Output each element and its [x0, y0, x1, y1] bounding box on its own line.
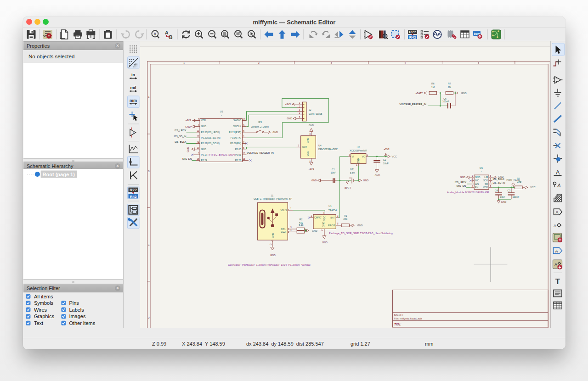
svg-text:3: 3 [337, 215, 339, 217]
svg-text:I2S_LRCK: I2S_LRCK [455, 181, 467, 184]
svg-text:Pins: Pins [69, 300, 79, 306]
svg-text:7: 7 [198, 118, 199, 121]
svg-text:8: 8 [198, 124, 199, 127]
svg-text:8: 8 [490, 185, 492, 187]
svg-text:Other items: Other items [69, 320, 95, 326]
svg-text:GND: GND [271, 233, 274, 238]
svg-text:P0.05: P0.05 [235, 148, 241, 151]
svg-text:P0.24: P0.24 [201, 159, 207, 162]
svg-text:24k: 24k [344, 218, 348, 220]
svg-text:P0.08(RX): P0.08(RX) [230, 142, 241, 145]
svg-text:RF:FSC_BT630_SMAI: RF:FSC_BT630_SMAI [208, 153, 235, 156]
svg-text:I2S_BCLK: I2S_BCLK [175, 140, 187, 143]
svg-text:1: 1 [299, 102, 300, 104]
svg-text:C6: C6 [443, 97, 447, 100]
svg-text:Audio_Module:MSM261S4030H0R: Audio_Module:MSM261S4030H0R [447, 191, 489, 194]
svg-text:mm: mm [130, 98, 137, 103]
svg-text:10uF: 10uF [331, 171, 336, 174]
svg-text:10: 10 [243, 118, 246, 121]
svg-text:GND: GND [306, 138, 309, 143]
svg-text:5: 5 [490, 175, 492, 177]
svg-text:P0.28: P0.28 [235, 159, 241, 162]
svg-text:GND: GND [357, 224, 363, 227]
svg-text:3: 3 [299, 109, 300, 111]
svg-text:4: 4 [299, 112, 300, 115]
svg-text:P0.30(I2S_LRCK): P0.30(I2S_LRCK) [201, 131, 220, 134]
svg-text:L/R: L/R [484, 176, 488, 179]
svg-text:1: 1 [311, 215, 312, 217]
svg-text:Labels: Labels [69, 307, 84, 313]
svg-text:2: 2 [367, 154, 368, 156]
svg-text:100nF: 100nF [513, 196, 520, 198]
svg-text:SWDIO: SWDIO [233, 119, 241, 122]
svg-text:A: A [153, 32, 156, 36]
svg-text:13: 13 [243, 158, 246, 160]
svg-text:5: 5 [337, 223, 339, 225]
svg-text:P0.29(I2S_SD_IN): P0.29(I2S_SD_IN) [201, 136, 220, 139]
svg-text:4: 4 [323, 212, 324, 214]
svg-text:16: 16 [197, 158, 199, 160]
svg-text:P0.31(I2S_BCLK): P0.31(I2S_BCLK) [201, 142, 220, 145]
svg-text:11: 11 [197, 130, 199, 132]
svg-text:EN: EN [475, 186, 478, 189]
svg-text:PWR_FLAG: PWR_FLAG [507, 179, 520, 181]
svg-text:SCK: SCK [483, 179, 488, 182]
svg-text:VCC: VCC [323, 216, 326, 221]
svg-text:A: A [148, 96, 150, 99]
svg-text:12: 12 [197, 135, 199, 138]
svg-text:1: 1 [183, 62, 185, 64]
svg-text:GND: GND [270, 254, 276, 257]
svg-text:Sheet: /: Sheet: / [394, 314, 403, 316]
svg-text:C4: C4 [495, 189, 498, 192]
svg-text:PROG: PROG [328, 224, 335, 227]
svg-text:CHRG: CHRG [314, 216, 321, 219]
svg-text:3.7V: 3.7V [350, 172, 355, 174]
svg-text:GND: GND [309, 124, 314, 127]
svg-text:GND: GND [312, 230, 317, 232]
svg-text:GND: GND [187, 147, 189, 152]
svg-text:A: A [554, 262, 557, 267]
svg-text:J2: J2 [309, 108, 311, 111]
svg-text:P0.03: P0.03 [235, 153, 241, 156]
svg-text:Package_TO_SOF_SMD:TSOT-23-5_H: Package_TO_SOF_SMD:TSOT-23-5_HandSolderi… [329, 232, 393, 235]
svg-text:+3V3: +3V3 [186, 119, 191, 122]
svg-text:P0.06(TX): P0.06(TX) [231, 136, 242, 139]
svg-text:WS: WS [475, 183, 479, 185]
svg-text:+BATT: +BATT [344, 186, 352, 189]
svg-text:DRV5033FAxDBZ: DRV5033FAxDBZ [318, 148, 338, 151]
svg-text:2: 2 [243, 141, 245, 144]
svg-text:C3: C3 [507, 189, 510, 192]
svg-text:C2: C2 [383, 158, 386, 161]
svg-text:GND: GND [460, 176, 465, 179]
svg-text:3: 3 [309, 133, 311, 135]
svg-text:A: A [554, 224, 556, 228]
svg-text:BAT: BAT [330, 216, 335, 219]
svg-text:2: 2 [472, 178, 473, 180]
svg-text:VI: VI [352, 155, 354, 158]
svg-text:+BATT: +BATT [415, 92, 423, 95]
svg-text:+3V3: +3V3 [285, 103, 291, 106]
svg-text:1M: 1M [431, 86, 435, 89]
svg-text:SD: SD [485, 183, 488, 185]
svg-text:P0.21(RST): P0.21(RST) [229, 131, 241, 134]
svg-text:I2S_BCLK: I2S_BCLK [493, 178, 505, 180]
svg-text:19: 19 [197, 147, 199, 149]
svg-text:U4: U4 [318, 144, 322, 147]
svg-text:+: + [133, 131, 135, 134]
svg-text:14: 14 [197, 141, 199, 144]
svg-text:B: B [148, 170, 150, 173]
svg-text:+3V3: +3V3 [308, 168, 314, 170]
svg-text:I2S_SD_IN: I2S_SD_IN [493, 181, 505, 184]
svg-text:R??: R?? [409, 30, 416, 34]
svg-text:4: 4 [290, 229, 292, 231]
svg-text:GND: GND [201, 148, 207, 151]
svg-text:4: 4 [472, 185, 473, 187]
svg-text:2: 2 [258, 62, 260, 64]
svg-text:2: 2 [321, 230, 323, 231]
svg-text:+3V3: +3V3 [384, 148, 389, 151]
svg-text:9: 9 [243, 124, 245, 127]
svg-text:File: miffymic.kicad_sch: File: miffymic.kicad_sch [394, 317, 422, 320]
svg-text:VCC: VCC [306, 151, 309, 156]
svg-text:R6: R6 [431, 82, 435, 85]
svg-text:J1: J1 [271, 194, 274, 197]
